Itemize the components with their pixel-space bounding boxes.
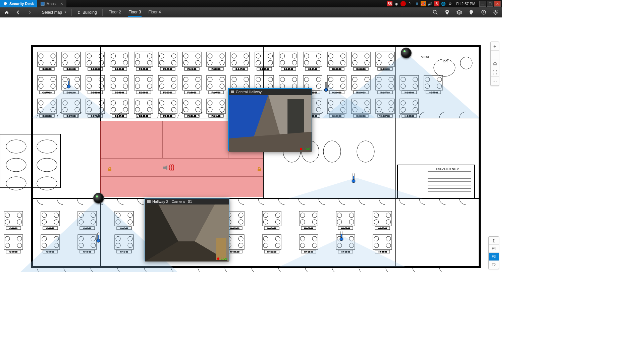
video-popup-central-hallway[interactable]: Central Hallway Live bbox=[228, 88, 312, 151]
pin-icon[interactable] bbox=[443, 8, 451, 16]
app-tab[interactable]: Security Desk bbox=[0, 0, 37, 7]
door-lock-icon[interactable] bbox=[257, 167, 262, 172]
close-icon[interactable]: × bbox=[60, 1, 63, 6]
floor-button-f2[interactable]: F2 bbox=[489, 261, 499, 269]
svg-rect-132 bbox=[327, 52, 346, 67]
tray-app-icon[interactable]: ◉ bbox=[394, 1, 399, 6]
svg-point-548 bbox=[67, 85, 70, 88]
svg-point-246 bbox=[365, 77, 369, 82]
svg-rect-377 bbox=[400, 99, 419, 114]
svg-text:ESCALIER NO.2: ESCALIER NO.2 bbox=[436, 167, 459, 171]
tray-horn-icon[interactable]: 📣 bbox=[421, 1, 426, 6]
thermometer-icon[interactable] bbox=[324, 81, 328, 92]
zoom-home-button[interactable] bbox=[491, 59, 499, 68]
camera-marker[interactable] bbox=[401, 48, 412, 58]
floor-up-button[interactable]: ↥ bbox=[489, 237, 499, 245]
svg-rect-90 bbox=[182, 52, 201, 67]
svg-point-323 bbox=[220, 101, 224, 105]
map-icon bbox=[41, 2, 45, 6]
tray-flag-icon[interactable]: 🏳 bbox=[407, 1, 413, 6]
breadcrumb-building[interactable]: ↥ Building bbox=[75, 10, 99, 15]
svg-point-483 bbox=[116, 236, 120, 241]
door-lock-icon[interactable] bbox=[107, 167, 112, 172]
history-icon[interactable] bbox=[479, 8, 487, 16]
svg-point-239 bbox=[340, 77, 345, 82]
svg-point-406 bbox=[116, 213, 120, 218]
thermometer-icon[interactable] bbox=[339, 230, 343, 241]
video-title-bar[interactable]: Central Hallway bbox=[229, 89, 312, 95]
svg-point-276 bbox=[51, 107, 55, 112]
svg-point-65 bbox=[87, 60, 92, 65]
siren-icon[interactable] bbox=[163, 163, 175, 172]
floor-button-f3[interactable]: F3 bbox=[489, 253, 499, 261]
svg-point-33 bbox=[323, 141, 341, 162]
svg-point-240 bbox=[328, 84, 333, 89]
floor-button-f4[interactable]: F4 bbox=[489, 245, 499, 253]
camera-marker[interactable] bbox=[93, 193, 104, 203]
gear-icon[interactable] bbox=[491, 8, 499, 16]
svg-point-140 bbox=[353, 54, 357, 58]
thermometer-icon[interactable] bbox=[96, 232, 100, 243]
select-map-label: Select map bbox=[42, 10, 62, 15]
video-feed[interactable]: Live bbox=[145, 205, 229, 261]
tray-globe-icon[interactable]: 🌐 bbox=[441, 1, 446, 6]
tray-volume-icon[interactable]: 🔊 bbox=[427, 1, 433, 6]
window-close[interactable]: ✕ bbox=[494, 1, 501, 7]
map-canvas[interactable]: ESCALIER NO.2 DR ARTIST E-2-83-33E-2-84-… bbox=[0, 17, 502, 272]
svg-point-157 bbox=[51, 84, 55, 89]
tray-alert-badge[interactable]: 58 bbox=[387, 1, 392, 6]
zoom-in-button[interactable]: + bbox=[491, 42, 499, 51]
window-maximize[interactable]: ☐ bbox=[487, 1, 493, 7]
svg-rect-510 bbox=[262, 235, 281, 249]
forward-icon[interactable] bbox=[25, 8, 34, 16]
separator bbox=[37, 9, 37, 16]
tray-monitor-icon[interactable]: 🖥 bbox=[414, 1, 419, 6]
thermometer-icon[interactable] bbox=[352, 172, 356, 183]
video-feed[interactable]: Live bbox=[229, 95, 312, 152]
svg-point-401 bbox=[79, 220, 84, 224]
svg-point-64 bbox=[99, 54, 104, 58]
tray-settings-icon[interactable]: ⚙ bbox=[447, 1, 453, 6]
svg-text:C-4-0-33: C-4-0-33 bbox=[9, 251, 17, 253]
svg-point-478 bbox=[79, 243, 84, 248]
app-tab-label: Security Desk bbox=[9, 2, 34, 6]
svg-point-443 bbox=[300, 220, 305, 224]
svg-point-226 bbox=[280, 84, 285, 89]
zoom-out-button[interactable]: − bbox=[491, 51, 499, 59]
svg-point-395 bbox=[54, 220, 59, 224]
layers-icon[interactable] bbox=[455, 8, 463, 16]
search-icon[interactable] bbox=[431, 8, 439, 16]
svg-point-372 bbox=[389, 101, 393, 105]
svg-point-449 bbox=[349, 213, 354, 218]
tray-notify-badge[interactable]: 3 bbox=[434, 1, 439, 6]
svg-point-58 bbox=[63, 60, 67, 65]
tab-maps[interactable]: Maps × bbox=[37, 0, 66, 7]
zoom-panel: + − ⋯ bbox=[490, 42, 499, 86]
svg-point-288 bbox=[99, 101, 104, 105]
svg-point-532 bbox=[374, 236, 379, 241]
smart-icon[interactable] bbox=[467, 8, 475, 16]
back-icon[interactable] bbox=[14, 8, 22, 16]
svg-point-141 bbox=[365, 54, 369, 58]
video-popup-hallway2[interactable]: Hallway 2 - Camera - 01 Live bbox=[145, 198, 229, 261]
zoom-more-button[interactable]: ⋯ bbox=[491, 77, 499, 85]
floor-tab-2[interactable]: Floor 2 bbox=[108, 8, 122, 17]
home-icon[interactable] bbox=[3, 8, 11, 16]
svg-point-385 bbox=[5, 213, 10, 218]
select-map-dropdown[interactable]: Select map ▼ bbox=[41, 10, 68, 15]
zoom-fit-button[interactable] bbox=[491, 68, 499, 77]
window-minimize[interactable]: — bbox=[479, 1, 486, 7]
svg-point-225 bbox=[292, 77, 297, 82]
floor-tab-4[interactable]: Floor 4 bbox=[148, 8, 161, 17]
floor-tab-3[interactable]: Floor 3 bbox=[128, 8, 142, 17]
svg-rect-111 bbox=[255, 52, 274, 67]
thermometer-icon[interactable] bbox=[67, 78, 71, 89]
svg-point-183 bbox=[147, 77, 152, 82]
svg-point-101 bbox=[220, 60, 224, 65]
svg-point-121 bbox=[280, 60, 285, 65]
video-title-bar[interactable]: Hallway 2 - Camera - 01 bbox=[145, 198, 229, 205]
tray-record-icon[interactable] bbox=[400, 1, 406, 6]
svg-point-133 bbox=[328, 54, 333, 58]
svg-point-128 bbox=[304, 60, 309, 65]
svg-point-127 bbox=[316, 54, 321, 58]
